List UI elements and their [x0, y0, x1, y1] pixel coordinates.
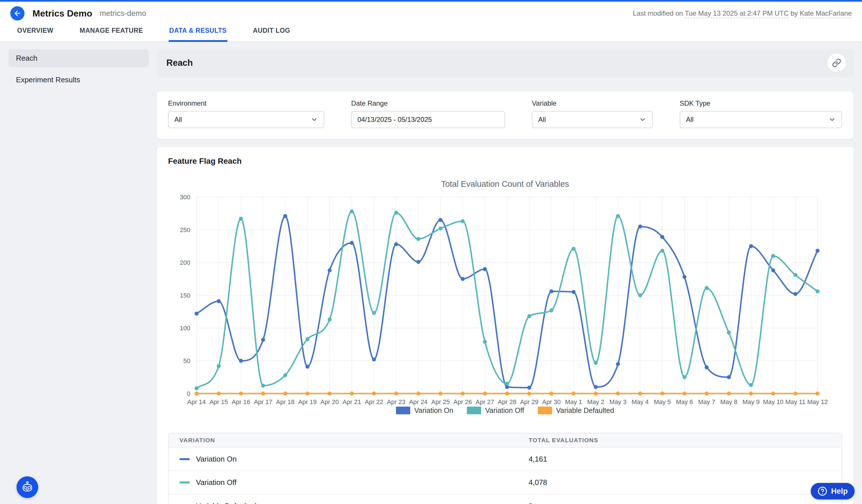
series-marker-variation-off [527, 314, 531, 318]
chevron-down-icon [639, 116, 646, 123]
series-marker-variation-off [815, 289, 820, 293]
date-range-input-wrap [351, 111, 505, 128]
filter-sdk-type-label: SDK Type [680, 100, 842, 107]
assistant-robot-button[interactable] [16, 476, 38, 498]
series-marker-variation-on [749, 244, 753, 248]
chevron-down-icon [828, 116, 836, 123]
series-marker-variable-defaulted [638, 392, 642, 396]
table-header-row: VARIATION TOTAL EVALUATIONS [169, 433, 841, 448]
legend-label-variation-on: Variation On [414, 406, 453, 415]
series-marker-variation-on [328, 268, 331, 273]
series-marker-variable-defaulted [195, 392, 198, 396]
x-axis-tick-label: Apr 18 [276, 398, 295, 406]
series-marker-variable-defaulted [527, 392, 531, 396]
series-marker-variation-off [616, 214, 620, 218]
x-axis-tick-label: May 3 [609, 398, 626, 406]
x-axis-tick-label: Apr 15 [209, 398, 228, 406]
table-row-variation-on: Variation On4,161 [169, 448, 841, 471]
series-marker-variation-on [549, 289, 553, 293]
series-marker-variable-defaulted [771, 392, 775, 396]
series-marker-variable-defaulted [483, 392, 487, 396]
series-marker-variation-off [328, 318, 331, 321]
table-row-variation-off: Variation Off4,078 [169, 471, 841, 494]
series-marker-variation-off [372, 311, 376, 315]
series-marker-variable-defaulted [328, 392, 331, 396]
column-header-variation: VARIATION [169, 437, 529, 443]
legend-item-variable-defaulted[interactable]: Variable Defaulted [538, 406, 614, 415]
series-marker-variable-defaulted [283, 392, 287, 396]
variable-select[interactable]: All [532, 111, 653, 128]
series-marker-variation-on [283, 214, 287, 218]
legend-item-variation-off[interactable]: Variation Off [467, 406, 524, 415]
arrow-left-icon [13, 9, 21, 17]
chart-card-title: Feature Flag Reach [157, 157, 853, 166]
legend-item-variation-on[interactable]: Variation On [396, 406, 453, 415]
series-marker-variable-defaulted [461, 392, 465, 396]
sidebar-item-experiment-results[interactable]: Experiment Results [9, 71, 149, 89]
series-marker-variable-defaulted [705, 392, 709, 396]
series-marker-variation-off [417, 237, 420, 241]
x-axis-tick-label: Apr 14 [187, 398, 206, 406]
last-modified-author: Kate MacFarlane [800, 9, 852, 18]
series-marker-variation-on [305, 365, 309, 369]
tab-manage-feature[interactable]: MANAGE FEATURE [79, 25, 144, 42]
environment-select[interactable]: All [168, 111, 324, 128]
series-marker-variation-off [305, 337, 309, 341]
x-axis-tick-label: May 6 [676, 398, 693, 406]
series-marker-variable-defaulted [572, 392, 576, 396]
chart-title: Total Evaluation Count of Variables [157, 180, 853, 189]
total-evaluations-value: 0 [529, 502, 533, 504]
filter-variable-label: Variable [532, 100, 653, 107]
series-marker-variation-on [195, 311, 198, 316]
copy-link-button[interactable] [827, 54, 846, 72]
series-marker-variation-off [727, 331, 731, 335]
series-marker-variation-on [394, 242, 398, 246]
series-marker-variation-off [682, 375, 687, 379]
sdk-type-select[interactable]: All [680, 111, 842, 128]
series-marker-variation-off [261, 384, 265, 387]
back-button[interactable] [10, 6, 25, 21]
x-axis-tick-label: Apr 26 [454, 398, 472, 406]
feature-key: metrics-demo [100, 9, 146, 18]
help-button[interactable]: Help [811, 483, 854, 500]
tab-overview[interactable]: OVERVIEW [16, 25, 54, 42]
help-button-label: Help [831, 487, 848, 496]
series-marker-variation-off [505, 382, 509, 386]
tab-audit-log[interactable]: AUDIT LOG [252, 25, 291, 42]
filter-sdk-type: SDK Type All [680, 100, 842, 128]
series-marker-variation-off [439, 226, 442, 230]
series-marker-variation-on [793, 292, 797, 296]
variation-label: Variation Off [196, 478, 236, 487]
series-marker-variation-on [594, 385, 598, 389]
tab-data-and-results[interactable]: DATA & RESULTS [169, 25, 227, 42]
series-marker-variation-off [394, 211, 398, 215]
x-axis-tick-label: Apr 25 [431, 398, 450, 406]
legend-swatch-variable-defaulted [538, 407, 552, 414]
y-axis-tick-label: 150 [180, 292, 190, 299]
last-modified-date: Tue May 13 2025 at 2:47 PM UTC [685, 9, 789, 18]
series-marker-variable-defaulted [505, 392, 509, 396]
legend-swatch-variation-on [396, 407, 410, 414]
last-modified-text: Last modified on Tue May 13 2025 at 2:47… [633, 9, 852, 17]
variation-label: Variation On [196, 455, 237, 464]
page-title: Metrics Demo [32, 8, 92, 19]
series-marker-variable-defaulted [261, 392, 265, 396]
series-marker-variable-defaulted [350, 392, 354, 396]
filter-environment: Environment All [168, 100, 324, 128]
series-marker-variable-defaulted [749, 392, 753, 396]
y-axis-tick-label: 100 [180, 324, 190, 332]
variation-table: VARIATION TOTAL EVALUATIONS Variation On… [168, 433, 842, 504]
series-marker-variation-on [483, 267, 487, 271]
series-marker-variation-off [549, 308, 553, 313]
series-marker-variation-off [705, 286, 709, 290]
legend-label-variable-defaulted: Variable Defaulted [556, 406, 614, 415]
date-range-input[interactable] [357, 116, 499, 123]
main-panel: Reach Environment All Date Range Variab [157, 49, 853, 504]
x-axis-tick-label: Apr 21 [343, 398, 361, 406]
x-axis-tick-label: Apr 23 [387, 398, 405, 406]
environment-value: All [174, 116, 182, 123]
x-axis-tick-label: Apr 27 [476, 398, 494, 406]
sidebar-item-reach[interactable]: Reach [9, 49, 149, 67]
feature-flag-reach-card: Feature Flag Reach Total Evaluation Coun… [157, 147, 853, 504]
series-marker-variation-on [572, 290, 576, 294]
